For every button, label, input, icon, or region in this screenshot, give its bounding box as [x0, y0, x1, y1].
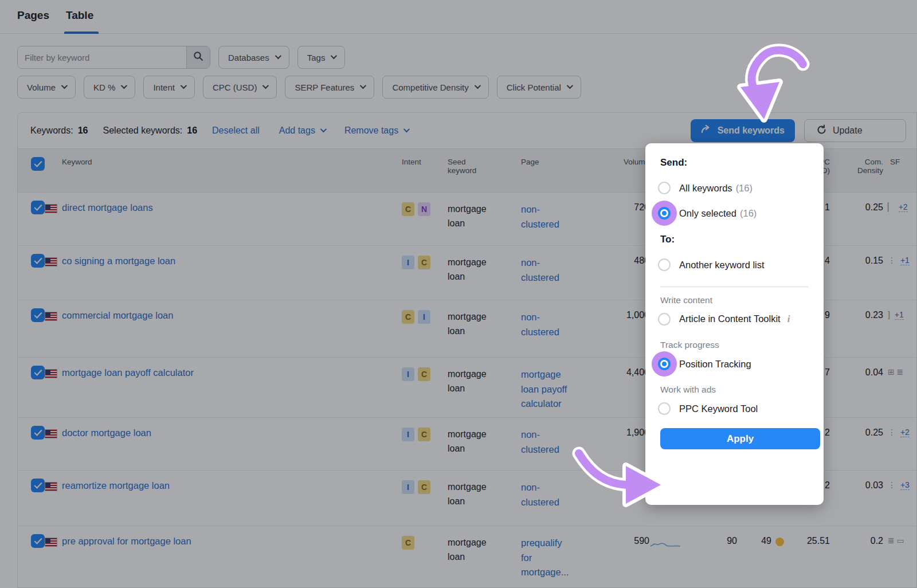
radio-option-count: (16) [740, 208, 757, 218]
panel-section-title: Track progress [660, 340, 810, 350]
radio-wrap [658, 207, 671, 219]
radio-option-label: Position Tracking [679, 359, 751, 369]
radio-option[interactable]: Only selected(16)i [658, 201, 810, 226]
radio-option-count: (16) [736, 183, 753, 193]
radio-icon [658, 258, 671, 271]
info-icon: i [787, 313, 790, 324]
radio-icon [658, 313, 671, 326]
panel-section: Work with ads PPC Keyword Tooli [658, 385, 810, 421]
send-section-heading: Send: [660, 157, 810, 168]
send-keywords-panel: Send: All keywords(16)i Only selected(16… [645, 143, 824, 505]
radio-option-label: Another keyword list [679, 260, 765, 270]
to-section-heading: To: [660, 234, 810, 245]
radio-icon [658, 402, 671, 415]
radio-wrap [658, 358, 671, 370]
apply-button[interactable]: Apply [660, 428, 820, 449]
radio-option[interactable]: Position Trackingi [658, 351, 810, 377]
radio-option[interactable]: PPC Keyword Tooli [658, 396, 810, 421]
radio-icon [658, 182, 671, 194]
panel-section-title: Write content [660, 295, 810, 305]
panel-section-title: Work with ads [660, 385, 810, 395]
radio-option-label: Only selected [679, 208, 736, 218]
panel-sections: Write content Article in Content Toolkit… [658, 295, 810, 421]
panel-section: Track progress Position Trackingi [658, 340, 810, 377]
radio-wrap [658, 402, 671, 415]
radio-option-label: Article in Content Toolkit [679, 313, 781, 324]
radio-option-label: PPC Keyword Tool [679, 403, 758, 414]
radio-icon [658, 207, 671, 219]
radio-wrap [658, 258, 671, 271]
radio-option[interactable]: All keywords(16)i [658, 175, 810, 201]
panel-divider [660, 287, 809, 287]
radio-option-label: All keywords [679, 183, 732, 193]
panel-section: Write content Article in Content Toolkit… [658, 295, 810, 332]
send-options-group: All keywords(16)i Only selected(16)i [658, 175, 810, 226]
radio-option[interactable]: Article in Content Toolkiti [658, 307, 810, 332]
radio-wrap [658, 182, 671, 194]
radio-option[interactable]: Another keyword listi [658, 252, 810, 277]
radio-wrap [658, 313, 671, 326]
radio-icon [658, 358, 671, 370]
to-options-group: Another keyword listi [658, 252, 810, 277]
